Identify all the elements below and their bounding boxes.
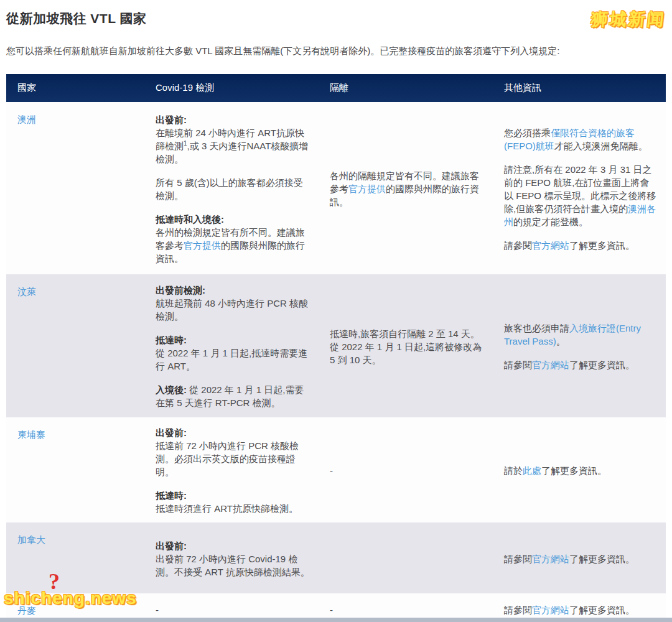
- text-segment: 了解更多資訊。: [569, 554, 635, 564]
- cell-paragraph: 出發前檢測:航班起飛前 48 小時內進行 PCR 核酸檢測。: [156, 284, 310, 323]
- inline-link[interactable]: 官方提供: [184, 240, 221, 251]
- bottom-divider-strip: [0, 618, 672, 622]
- cell-paragraph: -: [330, 464, 484, 477]
- header-quarantine: 隔離: [319, 74, 493, 102]
- text-segment: 的規定才能登機。: [513, 216, 588, 227]
- cell-paragraph: 抵達時和入境後:各州的檢測規定皆有所不同。建議旅客參考官方提供的國際與州際的旅行…: [156, 213, 310, 265]
- cell-paragraph: 請注意,所有在 2022 年 3 月 31 日之前的 FEPO 航班,在訂位畫面…: [504, 163, 657, 228]
- text-segment: -: [330, 465, 333, 476]
- text-segment: 抵達前 72 小時內進行 PCR 核酸檢測。必須出示英文版的疫苗接種證明。: [156, 440, 299, 477]
- cell-covid: 出發前檢測:航班起飛前 48 小時內進行 PCR 核酸檢測。抵達時:從 2022…: [144, 274, 319, 417]
- text-segment: -: [330, 605, 333, 615]
- cell-paragraph: 入境後: 從 2022 年 1 月 1 日起,需要在第 5 天進行 RT-PCR…: [156, 383, 310, 409]
- text-segment: 航班起飛前 48 小時內進行 PCR 核酸檢測。: [156, 298, 308, 322]
- text-segment: 出發前 72 小時內進行 Covid-19 檢測。不接受 ART 抗原快篩檢測結…: [156, 554, 310, 577]
- inline-link[interactable]: 官方網站: [532, 554, 569, 564]
- bold-label: 出發前:: [156, 427, 187, 438]
- bold-label: 出發前:: [156, 114, 187, 125]
- cell-covid: 出發前:出發前 72 小時內進行 Covid-19 檢測。不接受 ART 抗原快…: [144, 522, 319, 593]
- bold-label: 出發前:: [156, 541, 187, 551]
- cell-covid: 出發前:在離境前 24 小時內進行 ART抗原快篩檢測1,或 3 天内進行NAA…: [144, 102, 319, 274]
- cell-country: 加拿大: [6, 522, 144, 593]
- inline-link[interactable]: 官方網站: [532, 360, 569, 370]
- cell-paragraph: 請於此處了解更多資訊。: [504, 464, 657, 477]
- cell-quarantine: 抵達時,旅客須自行隔離 2 至 14 天。從 2022 年 1 月 1 日起,這…: [319, 274, 493, 417]
- text-segment: 抵達時,旅客須自行隔離 2 至 14 天。從 2022 年 1 月 1 日起,這…: [330, 328, 482, 365]
- country-link[interactable]: 加拿大: [17, 534, 45, 545]
- table-header-row: 國家 Covid-19 檢測 隔離 其他資訊: [6, 74, 666, 102]
- cell-paragraph: -: [330, 603, 484, 616]
- text-segment: 。: [556, 336, 566, 346]
- cell-paragraph: 抵達時,旅客須自行隔離 2 至 14 天。從 2022 年 1 月 1 日起,這…: [330, 327, 484, 366]
- cell-paragraph: 請參閱官方網站了解更多資訊。: [504, 552, 657, 565]
- cell-country: 澳洲: [6, 102, 144, 274]
- table-row: 加拿大出發前:出發前 72 小時內進行 Covid-19 檢測。不接受 ART …: [6, 522, 666, 593]
- bold-label: 抵達時:: [156, 490, 187, 501]
- bold-label: 出發前檢測:: [156, 285, 205, 295]
- country-link[interactable]: 丹麥: [17, 605, 36, 616]
- cell-other: 請於此處了解更多資訊。: [493, 417, 666, 522]
- cell-other: 您必須搭乘僅限符合資格的旅客(FEPO)航班才能入境澳洲免隔離。請注意,所有在 …: [493, 102, 666, 274]
- text-segment: 了解更多資訊。: [569, 240, 635, 251]
- text-segment: 了解更多資訊。: [541, 465, 607, 476]
- text-segment: 旅客也必須申請: [504, 323, 569, 333]
- cell-quarantine: 各州的隔離規定皆有不同。建議旅客參考官方提供的國際與州際的旅行資訊。: [319, 102, 493, 274]
- text-segment: 請參閱: [504, 554, 532, 564]
- cell-paragraph: 所有 5 歲(含)以上的旅客都必須接受檢測。: [156, 176, 310, 202]
- country-link[interactable]: 柬埔寨: [17, 429, 45, 440]
- text-segment: 請參閱: [504, 240, 532, 251]
- inline-link[interactable]: 官方網站: [532, 605, 569, 615]
- cell-paragraph: 出發前:抵達前 72 小時內進行 PCR 核酸檢測。必須出示英文版的疫苗接種證明…: [156, 426, 310, 478]
- country-link[interactable]: 澳洲: [17, 114, 36, 124]
- cell-paragraph: 您必須搭乘僅限符合資格的旅客(FEPO)航班才能入境澳洲免隔離。: [504, 126, 657, 152]
- cell-other: 旅客也必須申請入境旅行證(Entry Travel Pass)。請參閱官方網站了…: [493, 274, 666, 417]
- text-segment: 才能入境澳洲免隔離。: [554, 141, 648, 151]
- text-segment: -: [156, 605, 159, 615]
- cell-country: 汶萊: [6, 274, 144, 417]
- page-title: 從新加坡飛往 VTL 國家: [6, 10, 666, 27]
- cell-quarantine: [319, 522, 493, 593]
- table-body: 澳洲出發前:在離境前 24 小時內進行 ART抗原快篩檢測1,或 3 天内進行N…: [6, 102, 666, 622]
- header-other-info: 其他資訊: [493, 74, 666, 102]
- cell-covid: 出發前:抵達前 72 小時內進行 PCR 核酸檢測。必須出示英文版的疫苗接種證明…: [144, 417, 319, 522]
- table-header: 國家 Covid-19 檢測 隔離 其他資訊: [6, 74, 666, 102]
- cell-paragraph: 請參閱官方網站了解更多資訊。: [504, 358, 657, 371]
- header-country: 國家: [6, 74, 144, 102]
- page: 從新加坡飛往 VTL 國家 您可以搭乘任何新航航班自新加坡前往大多數 VTL 國…: [0, 0, 672, 622]
- text-segment: 請參閱: [504, 360, 532, 370]
- bold-label: 入境後:: [156, 384, 187, 395]
- cell-paragraph: 旅客也必須申請入境旅行證(Entry Travel Pass)。: [504, 322, 657, 348]
- table-row: 澳洲出發前:在離境前 24 小時內進行 ART抗原快篩檢測1,或 3 天内進行N…: [6, 102, 666, 274]
- inline-link[interactable]: 官方網站: [532, 240, 569, 251]
- bold-label: 抵達時和入境後:: [156, 214, 224, 225]
- text-segment: 了解更多資訊。: [569, 605, 635, 615]
- header-covid-test: Covid-19 檢測: [144, 74, 319, 102]
- inline-link[interactable]: 此處: [523, 465, 541, 476]
- text-segment: 請於: [504, 465, 523, 476]
- cell-quarantine: -: [319, 417, 493, 522]
- cell-paragraph: 抵達時:抵達時須進行 ART抗原快篩檢測。: [156, 489, 310, 515]
- cell-paragraph: -: [156, 603, 310, 616]
- table-row: 汶萊出發前檢測:航班起飛前 48 小時內進行 PCR 核酸檢測。抵達時:從 20…: [6, 274, 666, 417]
- intro-text: 您可以搭乘任何新航航班自新加坡前往大多數 VTL 國家且無需隔離(下文另有說明者…: [6, 44, 666, 57]
- vtl-requirements-table: 國家 Covid-19 檢測 隔離 其他資訊 澳洲出發前:在離境前 24 小時內…: [6, 74, 666, 622]
- cell-other: 請參閱官方網站了解更多資訊。: [493, 522, 666, 593]
- inline-link[interactable]: 官方提供: [348, 183, 386, 194]
- cell-paragraph: 請參閱官方網站了解更多資訊。: [504, 239, 657, 252]
- text-segment: 抵達時須進行 ART抗原快篩檢測。: [156, 503, 298, 514]
- cell-paragraph: 各州的隔離規定皆有不同。建議旅客參考官方提供的國際與州際的旅行資訊。: [330, 169, 484, 208]
- text-segment: 所有 5 歲(含)以上的旅客都必須接受檢測。: [156, 177, 303, 201]
- cell-paragraph: 抵達時:從 2022 年 1 月 1 日起,抵達時需要進行 ART。: [156, 333, 310, 373]
- text-segment: 請參閱: [504, 605, 532, 615]
- cell-paragraph: 出發前:出發前 72 小時內進行 Covid-19 檢測。不接受 ART 抗原快…: [156, 539, 310, 578]
- text-segment: 您必須搭乘: [504, 128, 551, 138]
- cell-paragraph: 請參閱官方網站了解更多資訊。: [504, 603, 657, 616]
- bold-label: 抵達時:: [156, 335, 187, 345]
- table-row: 柬埔寨出發前:抵達前 72 小時內進行 PCR 核酸檢測。必須出示英文版的疫苗接…: [6, 417, 666, 522]
- cell-country: 柬埔寨: [6, 417, 144, 522]
- cell-paragraph: 出發前:在離境前 24 小時內進行 ART抗原快篩檢測1,或 3 天内進行NAA…: [156, 113, 310, 165]
- country-link[interactable]: 汶萊: [17, 286, 36, 297]
- text-segment: 從 2022 年 1 月 1 日起,抵達時需要進行 ART。: [156, 348, 307, 371]
- text-segment: 了解更多資訊。: [569, 360, 635, 370]
